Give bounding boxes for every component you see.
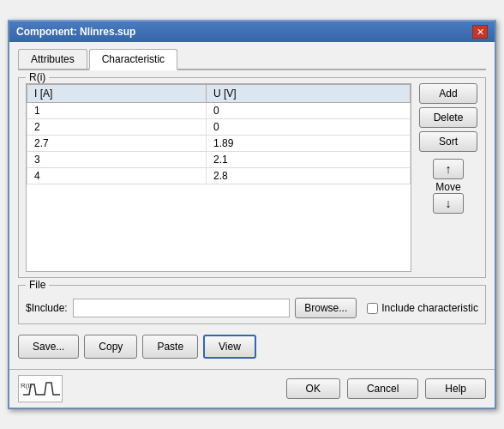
sort-button[interactable]: Sort bbox=[419, 131, 477, 152]
table-row[interactable]: 10 bbox=[27, 103, 411, 119]
browse-button[interactable]: Browse... bbox=[295, 298, 357, 318]
move-down-button[interactable]: ↓ bbox=[433, 193, 464, 214]
close-button[interactable]: ✕ bbox=[472, 25, 488, 39]
col-header-current: I [A] bbox=[27, 85, 207, 103]
characteristic-table[interactable]: I [A] U [V] 10202.71.8932.142.8 bbox=[26, 83, 411, 272]
ri-group-label: R(i) bbox=[26, 71, 49, 83]
window-title: Component: Nlinres.sup bbox=[16, 26, 135, 38]
paste-button[interactable]: Paste bbox=[142, 335, 198, 359]
tab-bar: Attributes Characteristic bbox=[18, 49, 486, 70]
move-label: Move bbox=[435, 181, 460, 193]
main-window: Component: Nlinres.sup ✕ Attributes Char… bbox=[8, 20, 496, 409]
file-group: File $Include: Browse... Include charact… bbox=[18, 285, 486, 324]
cancel-button[interactable]: Cancel bbox=[347, 378, 418, 399]
delete-button[interactable]: Delete bbox=[419, 107, 477, 128]
file-row: $Include: Browse... Include characterist… bbox=[26, 298, 478, 318]
ri-group: R(i) I [A] U [V] 10202.71.8932.142.8 bbox=[18, 77, 486, 278]
copy-button[interactable]: Copy bbox=[84, 335, 137, 359]
save-button[interactable]: Save... bbox=[18, 335, 79, 359]
title-bar: Component: Nlinres.sup ✕ bbox=[9, 21, 495, 42]
include-input[interactable] bbox=[73, 299, 291, 317]
table-row[interactable]: 42.8 bbox=[27, 168, 411, 184]
bottom-buttons: Save... Copy Paste View bbox=[18, 331, 486, 362]
include-checkbox-label: Include characteristic bbox=[381, 302, 478, 314]
include-checkbox[interactable] bbox=[367, 303, 378, 314]
side-buttons: Add Delete Sort ↑ Move ↓ bbox=[418, 83, 478, 272]
include-label: $Include: bbox=[26, 302, 68, 314]
tab-characteristic[interactable]: Characteristic bbox=[89, 49, 177, 70]
table-row[interactable]: 20 bbox=[27, 119, 411, 136]
include-characteristic-row: Include characteristic bbox=[367, 302, 478, 314]
table-row[interactable]: 32.1 bbox=[27, 152, 411, 168]
file-group-label: File bbox=[26, 279, 49, 291]
table-row[interactable]: 2.71.89 bbox=[27, 136, 411, 152]
ok-button[interactable]: OK bbox=[286, 378, 340, 399]
footer-buttons: OK Cancel Help bbox=[69, 378, 486, 399]
help-button[interactable]: Help bbox=[425, 378, 486, 399]
footer-bar: R(i) OK Cancel Help bbox=[9, 369, 495, 408]
tab-attributes[interactable]: Attributes bbox=[18, 49, 87, 69]
view-button[interactable]: View bbox=[203, 335, 256, 359]
add-button[interactable]: Add bbox=[419, 83, 477, 104]
col-header-voltage: U [V] bbox=[206, 85, 410, 103]
move-up-button[interactable]: ↑ bbox=[433, 159, 464, 179]
move-section: ↑ Move ↓ bbox=[433, 159, 464, 214]
waveform-icon: R(i) bbox=[18, 375, 63, 402]
